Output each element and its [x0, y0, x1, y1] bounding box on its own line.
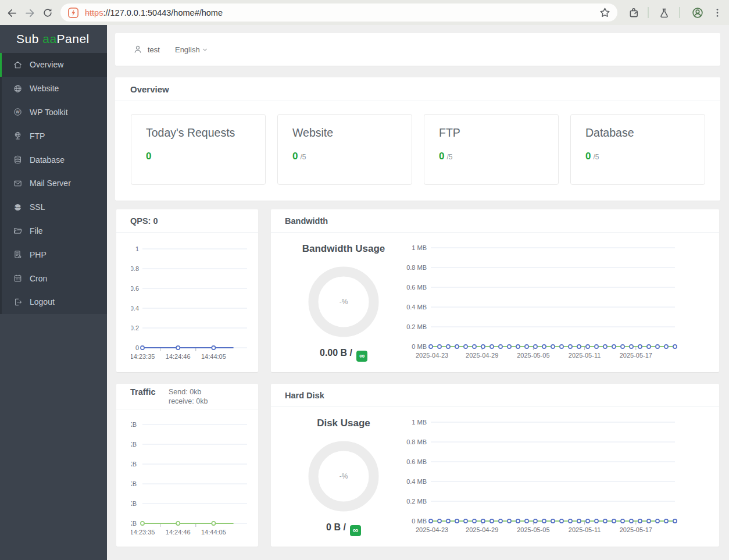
svg-text:0.2: 0.2 — [131, 324, 139, 331]
brand-suffix: Panel — [57, 32, 90, 45]
sidebar-item-php[interactable]: PHP — [0, 242, 107, 266]
brand-logo: Sub aaPanel — [0, 25, 107, 53]
envelope-icon — [13, 179, 23, 188]
overview-section-title: Overview — [115, 77, 720, 101]
stat-card-title: Database — [585, 126, 634, 140]
wordpress-icon: W — [13, 107, 23, 117]
svg-text:1 MB: 1 MB — [412, 244, 427, 251]
sidebar-item-overview[interactable]: Overview — [0, 53, 107, 77]
profile-button[interactable] — [691, 6, 705, 20]
home-icon — [13, 60, 23, 70]
globe-icon — [13, 84, 23, 94]
stat-card-todays-requests[interactable]: Today's Requests 0 — [131, 114, 266, 185]
sidebar-item-label: Logout — [30, 297, 55, 306]
sidebar-item-cron[interactable]: Cron — [0, 266, 107, 290]
svg-text:2025-05-05: 2025-05-05 — [517, 526, 549, 533]
svg-text:0 MB: 0 MB — [412, 518, 427, 525]
stat-card-website[interactable]: Website 0/5 — [277, 114, 412, 185]
svg-text:0.2 MB: 0.2 MB — [406, 323, 427, 330]
svg-text:2025-04-29: 2025-04-29 — [466, 526, 498, 533]
svg-text:0.8 MB: 0.8 MB — [406, 438, 427, 445]
sidebar-item-ftp[interactable]: FTP — [0, 124, 107, 148]
stat-card-value: 0 — [146, 151, 151, 162]
svg-text:0.8: 0.8 — [131, 265, 139, 272]
sidebar-item-logout[interactable]: Logout — [0, 290, 107, 314]
svg-text:KB: KB — [131, 441, 137, 448]
disk-usage-row: 0 B /∞ — [271, 522, 416, 536]
svg-text:0.8 MB: 0.8 MB — [406, 264, 427, 271]
bandwidth-chart: 1 MB0.8 MB0.6 MB0.4 MB0.2 MB0 MB2025-04-… — [401, 237, 686, 366]
svg-text:14:24:46: 14:24:46 — [166, 353, 191, 360]
sidebar-item-website[interactable]: Website — [0, 77, 107, 101]
beta-flask-button[interactable] — [657, 6, 671, 20]
extensions-button[interactable] — [627, 6, 641, 20]
qps-panel: QPS: 0 10.80.60.40.2014:23:3514:24:4614:… — [116, 209, 258, 372]
browser-back-button[interactable] — [5, 6, 19, 20]
bandwidth-gauge-title: Bandwidth Usage — [271, 243, 416, 255]
svg-text:2025-04-23: 2025-04-23 — [416, 352, 448, 359]
sidebar-item-database[interactable]: Database — [0, 148, 107, 172]
svg-text:0.6: 0.6 — [131, 285, 139, 292]
svg-text:14:44:05: 14:44:05 — [201, 529, 226, 536]
sidebar-item-wp-toolkit[interactable]: W WP Toolkit — [0, 101, 107, 124]
stat-card-suffix: /5 — [593, 153, 599, 161]
bandwidth-gauge-value: -% — [340, 298, 348, 306]
svg-text:14:44:05: 14:44:05 — [201, 353, 226, 360]
svg-text:KB: KB — [131, 500, 137, 507]
svg-text:0.4: 0.4 — [131, 305, 139, 312]
svg-text:0.2 MB: 0.2 MB — [406, 498, 427, 505]
svg-text:1: 1 — [135, 245, 139, 252]
traffic-panel-header: Traffic Send: 0kb receive: 0kb — [116, 384, 258, 409]
sidebar-item-ssl[interactable]: WWW SSL — [0, 195, 107, 219]
bandwidth-usage-value: 0.00 B / — [320, 348, 352, 358]
forward-arrow-icon — [24, 7, 36, 19]
folder-icon — [13, 226, 23, 236]
svg-text:2025-05-05: 2025-05-05 — [517, 352, 549, 359]
language-label: English — [175, 45, 200, 54]
not-secure-badge-icon[interactable] — [67, 7, 79, 19]
user-icon — [133, 44, 143, 55]
browser-menu-button[interactable] — [710, 6, 724, 20]
username[interactable]: test — [148, 45, 160, 54]
svg-text:14:24:46: 14:24:46 — [166, 529, 191, 536]
svg-text:2025-05-17: 2025-05-17 — [620, 352, 652, 359]
disk-donut-gauge: -% — [308, 441, 379, 512]
document-gear-icon — [13, 249, 23, 259]
browser-forward-button[interactable] — [23, 6, 37, 20]
stat-card-database[interactable]: Database 0/5 — [570, 114, 705, 185]
traffic-panel-title: Traffic — [130, 388, 158, 409]
browser-reload-button[interactable] — [41, 6, 55, 20]
bookmark-star-button[interactable] — [598, 6, 612, 19]
address-bar[interactable]: https://127.0.0.1:50443/home#/home — [60, 3, 617, 22]
kebab-menu-icon — [712, 7, 723, 19]
sidebar-item-mail-server[interactable]: Mail Server — [0, 172, 107, 195]
stat-card-ftp[interactable]: FTP 0/5 — [424, 114, 559, 185]
disk-gauge-block: Disk Usage -% 0 B /∞ — [271, 407, 416, 545]
infinity-icon[interactable]: ∞ — [356, 351, 367, 362]
infinity-icon[interactable]: ∞ — [350, 525, 361, 536]
disk-gauge-value: -% — [340, 472, 348, 480]
svg-text:WWW: WWW — [16, 206, 20, 208]
svg-text:2025-04-23: 2025-04-23 — [416, 526, 448, 533]
svg-text:KB: KB — [131, 461, 137, 468]
traffic-send-receive: Send: 0kb receive: 0kb — [169, 388, 208, 409]
hard-disk-panel: Hard Disk Disk Usage -% 0 B /∞ 1 MB0.8 M… — [271, 384, 719, 547]
toolbar-divider — [679, 7, 680, 18]
brand-highlight: aa — [42, 32, 56, 45]
stat-card-title: Today's Requests — [146, 126, 235, 140]
sidebar-item-file[interactable]: File — [0, 219, 107, 243]
bandwidth-gauge-block: Bandwidth Usage -% 0.00 B /∞ — [271, 233, 416, 371]
sidebar-item-label: FTP — [30, 131, 45, 141]
svg-text:0: 0 — [135, 344, 139, 351]
svg-text:W: W — [16, 110, 20, 114]
overview-section: Overview Today's Requests 0 Website 0/5 … — [115, 77, 720, 201]
stat-card-value: 0 — [292, 151, 298, 162]
sidebar-item-label: PHP — [30, 250, 47, 259]
svg-text:14:23:35: 14:23:35 — [131, 353, 155, 360]
database-icon — [13, 155, 23, 165]
profile-avatar-icon — [691, 6, 704, 19]
user-bar: test English — [115, 33, 720, 66]
language-selector[interactable]: English — [175, 45, 208, 54]
svg-text:0.4 MB: 0.4 MB — [406, 478, 427, 485]
svg-text:0.6 MB: 0.6 MB — [406, 284, 427, 291]
